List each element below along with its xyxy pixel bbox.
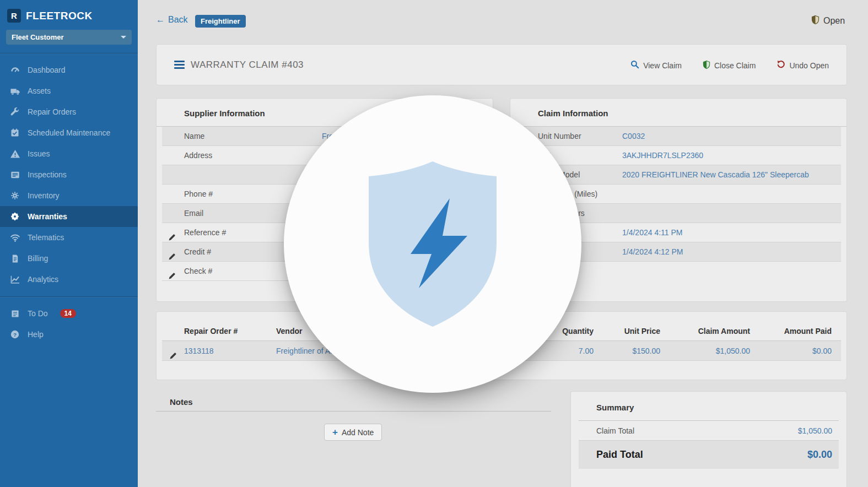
back-button[interactable]: ← Back	[156, 15, 188, 25]
sidebar-item-issues[interactable]: Issues	[0, 143, 138, 164]
invoice-icon	[9, 253, 20, 264]
chart-line-icon	[9, 274, 20, 285]
paid-total-row: Paid Total $0.00	[579, 441, 839, 469]
column-header: Amount Paid	[784, 321, 832, 341]
app-root: R FLEETROCK Fleet Customer Dashboard Ass…	[0, 0, 868, 487]
sidebar-item-scheduled-maintenance[interactable]: Scheduled Maintenance	[0, 122, 138, 143]
edit-icon[interactable]	[170, 347, 177, 366]
claim-row-unit-number: Unit Number C0032	[516, 127, 841, 146]
field-label: Email	[184, 204, 203, 223]
sidebar-item-label: Inventory	[28, 191, 60, 200]
customer-type-label: Fleet Customer	[12, 33, 64, 41]
claim-row-vin: VIN 3AKJHHDR7LSLP2360	[516, 146, 841, 165]
quantity-value: 7.00	[579, 341, 594, 361]
claim-status: Open	[811, 15, 845, 27]
sidebar-item-label: Inspections	[28, 170, 67, 179]
sidebar-item-dashboard[interactable]: Dashboard	[0, 59, 138, 80]
sidebar-item-label: Analytics	[28, 275, 58, 284]
back-arrow-icon: ←	[156, 15, 165, 25]
customer-type-select[interactable]: Fleet Customer	[6, 30, 132, 45]
field-label: Credit #	[184, 242, 211, 262]
paid-total-value: $0.00	[807, 441, 832, 469]
sidebar-item-label: Scheduled Maintenance	[28, 128, 110, 137]
unit-number-link[interactable]: C0032	[622, 127, 645, 146]
field-label: Name	[184, 127, 204, 146]
add-note-label: Add Note	[342, 428, 374, 437]
shield-icon	[703, 60, 710, 71]
sidebar-item-help[interactable]: ? Help	[0, 324, 138, 345]
sidebar-item-telematics[interactable]: Telematics	[0, 227, 138, 248]
claim-total-label: Claim Total	[596, 421, 634, 441]
close-claim-button[interactable]: Close Claim	[703, 60, 756, 71]
sidebar-item-billing[interactable]: Billing	[0, 248, 138, 269]
status-label: Open	[823, 16, 845, 26]
field-label: Check #	[184, 262, 212, 281]
svg-text:?: ?	[13, 332, 17, 338]
sidebar-item-inspections[interactable]: Inspections	[0, 164, 138, 185]
field-label: Reference #	[184, 223, 226, 242]
sidebar-item-label: Help	[28, 330, 44, 339]
edit-icon[interactable]	[169, 267, 176, 286]
add-note-button[interactable]: + Add Note	[324, 424, 382, 441]
plus-icon: +	[332, 428, 338, 437]
sidebar-nav: Dashboard Assets Repair Orders Scheduled…	[0, 53, 138, 290]
open-date-value: 1/4/2024 4:11 PM	[622, 223, 682, 242]
sidebar-item-repair-orders[interactable]: Repair Orders	[0, 101, 138, 122]
sidebar-item-label: Assets	[28, 86, 51, 95]
sidebar: R FLEETROCK Fleet Customer Dashboard Ass…	[0, 0, 138, 487]
shield-bolt-icon	[365, 160, 500, 328]
todo-count-badge: 14	[60, 309, 76, 318]
summary-title: Summary	[571, 392, 847, 412]
chevron-down-icon	[121, 36, 126, 39]
status-shield-icon	[811, 15, 820, 27]
sidebar-item-assets[interactable]: Assets	[0, 80, 138, 101]
sidebar-item-label: Billing	[28, 254, 48, 263]
view-claim-button[interactable]: View Claim	[630, 60, 682, 71]
brand-logo-icon: R	[7, 9, 21, 23]
claim-total-row: Claim Total $1,050.00	[579, 421, 839, 441]
calendar-check-icon	[9, 127, 20, 138]
menu-toggle-icon[interactable]	[174, 61, 185, 71]
undo-open-label: Undo Open	[789, 61, 829, 70]
sidebar-item-label: Repair Orders	[28, 107, 76, 116]
inspection-list-icon	[9, 169, 20, 180]
amount-paid-value: $0.00	[812, 341, 832, 361]
wifi-icon	[9, 232, 20, 243]
sidebar-item-label: To Do	[28, 309, 48, 318]
undo-icon	[777, 60, 785, 71]
undo-open-button[interactable]: Undo Open	[777, 60, 829, 71]
claim-amount-value: $1,050.00	[716, 341, 750, 361]
back-label: Back	[168, 15, 188, 25]
column-header: Claim Amount	[698, 321, 750, 341]
claim-actions: View Claim Close Claim Undo Open	[630, 45, 829, 86]
truck-icon	[9, 85, 20, 96]
close-date-value: 1/4/2024 4:12 PM	[622, 242, 683, 262]
field-label: Unit Number	[538, 127, 581, 146]
brand: R FLEETROCK	[0, 0, 138, 23]
unit-price-value: $150.00	[632, 341, 660, 361]
claim-total-value: $1,050.00	[798, 421, 832, 441]
field-label: Phone #	[184, 185, 213, 204]
wrench-icon	[9, 106, 20, 117]
sidebar-item-inventory[interactable]: Inventory	[0, 185, 138, 206]
gears-icon	[9, 190, 20, 201]
repair-order-link[interactable]: 1313118	[184, 341, 213, 361]
column-header: Repair Order #	[184, 321, 238, 341]
sidebar-item-warranties[interactable]: Warranties	[0, 206, 138, 227]
sidebar-footer-nav: To Do 14 ? Help	[0, 297, 138, 345]
vin-link[interactable]: 3AKJHHDR7LSLP2360	[622, 146, 703, 165]
notes-title: Notes	[170, 397, 193, 407]
sidebar-item-todo[interactable]: To Do 14	[0, 303, 138, 324]
summary-panel: Summary Claim Total $1,050.00 Paid Total…	[570, 391, 847, 487]
brand-name: FLEETROCK	[26, 10, 93, 22]
make-model-link[interactable]: 2020 FREIGHTLINER New Cascadia 126" Slee…	[622, 165, 809, 185]
vendor-badge[interactable]: Freightliner	[195, 15, 246, 28]
sidebar-item-analytics[interactable]: Analytics	[0, 269, 138, 290]
column-header: Vendor	[276, 321, 302, 341]
close-claim-label: Close Claim	[714, 61, 756, 70]
page-title: WARRANTY CLAIM #403	[191, 59, 304, 71]
column-header: Quantity	[562, 321, 594, 341]
warranty-shield-overlay	[284, 95, 581, 393]
sidebar-item-label: Telematics	[28, 233, 64, 242]
column-header: Unit Price	[624, 321, 660, 341]
